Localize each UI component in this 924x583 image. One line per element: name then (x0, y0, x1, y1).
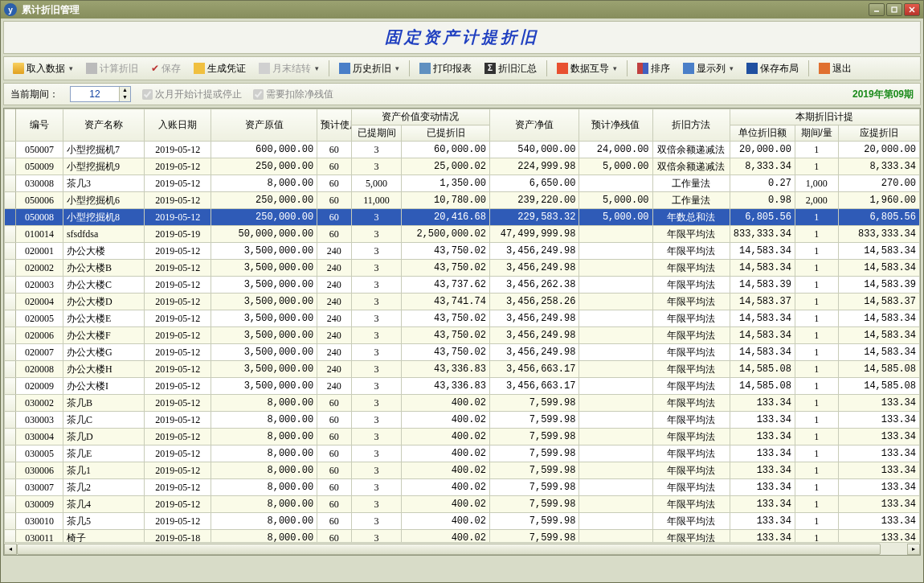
exit-icon (819, 63, 830, 74)
save-button[interactable]: ✔保存 (145, 59, 186, 79)
history-button[interactable]: 历史折旧 (333, 59, 405, 79)
check-icon: ✔ (151, 63, 159, 74)
maximize-button[interactable] (886, 3, 902, 16)
print-icon (419, 63, 431, 74)
table-row[interactable]: 030008茶几32019-05-12 8,000.00605,0001,350… (5, 175, 920, 192)
table-row[interactable]: 020005办公大楼E2019-05-12 3,500,000.00240343… (5, 310, 920, 327)
month-icon (259, 63, 270, 74)
table-row[interactable]: 030004茶几D2019-05-12 8,000.00603400.02 7,… (5, 429, 920, 445)
table-row[interactable]: 030010茶几52019-05-12 8,000.00603400.02 7,… (5, 513, 920, 530)
history-icon (339, 63, 350, 74)
data-icon (557, 63, 568, 74)
separator (329, 60, 329, 76)
table-row[interactable]: 050006小型挖掘机62019-05-12 250,000.006011,00… (5, 192, 920, 209)
spin-down[interactable]: ▼ (120, 94, 130, 101)
columns-button[interactable]: 显示列 (677, 59, 739, 79)
table-row[interactable]: 020003办公大楼C2019-05-12 3,500,000.00240343… (5, 277, 920, 294)
exit-button[interactable]: 退出 (813, 59, 857, 79)
table-row[interactable]: 030007茶几22019-05-12 8,000.00603400.02 7,… (5, 479, 920, 496)
separator (808, 60, 809, 76)
gen-voucher-button[interactable]: 生成凭证 (188, 59, 251, 79)
accounting-period: 2019年第09期 (852, 88, 914, 101)
table-row[interactable]: 050007小型挖掘机72019-05-12 600,000.0060360,0… (5, 142, 920, 158)
col-change-group[interactable]: 资产价值变动情况 (351, 109, 489, 125)
table-row[interactable]: 010014sfsdfdsa2019-05-19 50,000,000.0060… (5, 226, 920, 243)
svg-rect-1 (892, 7, 897, 12)
table-row[interactable]: 030006茶几12019-05-12 8,000.00603400.02 7,… (5, 462, 920, 479)
period-input[interactable] (71, 87, 119, 101)
table-row[interactable]: 020006办公大楼F2019-05-12 3,500,000.00240343… (5, 327, 920, 344)
table-row[interactable]: 020004办公大楼D2019-05-12 3,500,000.00240343… (5, 294, 920, 310)
sort-button[interactable]: 排序 (632, 59, 676, 79)
separator (627, 60, 628, 76)
col-res[interactable]: 预计净残值 (579, 109, 652, 142)
data-grid[interactable]: 编号 资产名称 入账日期 资产原值 预计使用期间 资产价值变动情况 资产净值 预… (3, 108, 921, 556)
print-button[interactable]: 打印报表 (414, 59, 477, 79)
col-due[interactable]: 应提折旧 (838, 125, 919, 142)
col-net[interactable]: 资产净值 (489, 109, 579, 142)
deduct-residual-checkbox[interactable]: 需要扣除净残值 (253, 88, 333, 101)
scroll-thumb[interactable] (17, 544, 881, 555)
col-no[interactable]: 编号 (16, 109, 63, 142)
voucher-icon (194, 63, 205, 74)
col-accrued-depr[interactable]: 已提折旧 (402, 125, 489, 142)
table-row[interactable]: 030002茶几B2019-05-12 8,000.00603400.02 7,… (5, 395, 920, 412)
titlebar: y 累计折旧管理 (1, 1, 923, 18)
scroll-left-button[interactable]: ◂ (4, 544, 17, 555)
sigma-icon: Σ (484, 63, 496, 74)
app-icon: y (4, 3, 17, 16)
folder-icon (13, 63, 24, 74)
table-row[interactable]: 020007办公大楼G2019-05-12 3,500,000.00240343… (5, 344, 920, 361)
table-row[interactable]: 030005茶几E2019-05-12 8,000.00603400.02 7,… (5, 445, 920, 462)
col-unit[interactable]: 单位折旧额 (730, 125, 795, 142)
data-io-button[interactable]: 数据互导 (551, 59, 623, 79)
next-month-checkbox[interactable]: 次月开始计提或停止 (142, 88, 242, 101)
table-row[interactable]: 020009办公大楼I2019-05-12 3,500,000.00240343… (5, 378, 920, 395)
table-row[interactable]: 030003茶几C2019-05-12 8,000.00603400.02 7,… (5, 412, 920, 429)
calc-depr-button[interactable]: 计算折旧 (80, 59, 144, 79)
col-life[interactable]: 预计使用期间 (317, 109, 352, 142)
horizontal-scrollbar[interactable]: ◂ ▸ (4, 542, 920, 555)
sort-icon (637, 63, 648, 74)
period-label: 当前期间： (10, 88, 59, 101)
spin-up[interactable]: ▲ (120, 87, 130, 94)
col-orig[interactable]: 资产原值 (211, 109, 317, 142)
col-method[interactable]: 折旧方法 (652, 109, 730, 142)
period-bar: 当前期间： ▲▼ 次月开始计提或停止 需要扣除净残值 2019年第09期 (3, 83, 921, 105)
save-layout-button[interactable]: 保存布局 (741, 59, 804, 79)
toolbar: 取入数据 计算折旧 ✔保存 生成凭证 月末结转 历史折旧 打印报表 Σ折旧汇总 … (3, 56, 921, 80)
import-data-button[interactable]: 取入数据 (7, 59, 79, 79)
table-row[interactable]: 020002办公大楼B2019-05-12 3,500,000.00240343… (5, 260, 920, 277)
table-row[interactable]: 020008办公大楼H2019-05-12 3,500,000.00240343… (5, 361, 920, 378)
col-current-group[interactable]: 本期折旧计提 (730, 109, 919, 125)
disk-icon (746, 63, 758, 74)
scroll-right-button[interactable]: ▸ (907, 544, 920, 555)
separator (409, 60, 410, 76)
table-row[interactable]: 050008小型挖掘机82019-05-12 250,000.0060320,4… (5, 209, 920, 226)
table-row[interactable]: 050009小型挖掘机92019-05-12 250,000.0060325,0… (5, 158, 920, 175)
banner-text: 固定资产计提折旧 (385, 28, 539, 46)
page-banner: 固定资产计提折旧 (3, 21, 921, 54)
col-qty[interactable]: 期间/量 (795, 125, 838, 142)
separator (546, 60, 547, 76)
minimize-button[interactable] (869, 3, 885, 16)
table-row[interactable]: 020001办公大楼2019-05-12 3,500,000.00240343,… (5, 243, 920, 260)
col-date[interactable]: 入账日期 (145, 109, 211, 142)
summary-button[interactable]: Σ折旧汇总 (479, 59, 542, 79)
row-header-col (5, 109, 16, 142)
table-row[interactable]: 030009茶几42019-05-12 8,000.00603400.02 7,… (5, 496, 920, 513)
calc-icon (86, 63, 97, 74)
columns-icon (683, 63, 694, 74)
window-title: 累计折旧管理 (22, 3, 869, 17)
period-spinner[interactable]: ▲▼ (70, 86, 131, 102)
close-button[interactable] (904, 3, 920, 16)
month-end-button[interactable]: 月末结转 (253, 59, 325, 79)
col-name[interactable]: 资产名称 (63, 109, 144, 142)
col-accrued-period[interactable]: 已提期间 (351, 125, 402, 142)
